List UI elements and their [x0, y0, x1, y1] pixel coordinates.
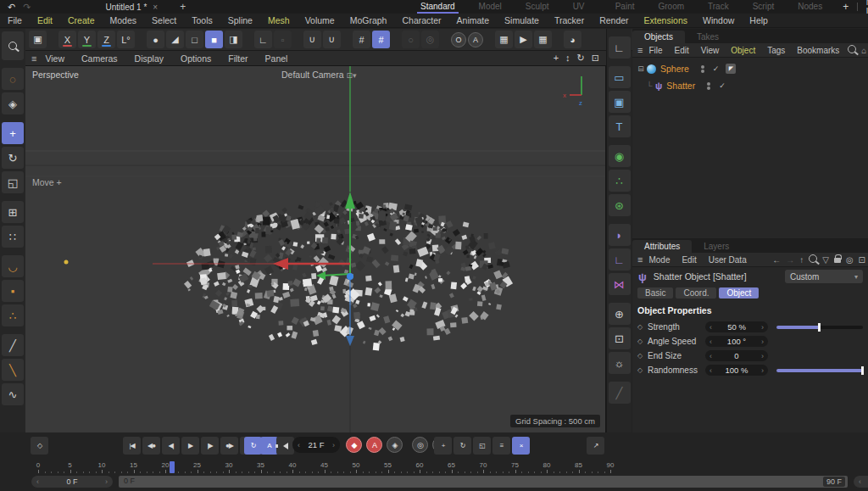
attr-sectab-coord[interactable]: Coord. [676, 287, 716, 299]
property-slider[interactable] [776, 326, 863, 329]
attr-menu-mode[interactable]: Mode [643, 255, 676, 265]
annotate-pen-icon[interactable]: ╱ [609, 382, 631, 404]
stepper-left-icon[interactable]: ‹ [709, 338, 712, 346]
keying-circle-button[interactable]: ◎ [412, 437, 428, 453]
keying-scale-toggle[interactable]: ◱ [473, 437, 491, 455]
range-bar[interactable]: 0 F90 F [119, 476, 848, 488]
om-tab-objects[interactable]: Objects [632, 31, 685, 43]
sound-button[interactable] [276, 437, 294, 455]
vp-menu-options[interactable]: Options [172, 53, 220, 64]
property-value[interactable]: 50 % [727, 322, 746, 332]
document-tab[interactable]: Untitled 1 * × [105, 3, 158, 12]
visibility-dots[interactable] [707, 81, 712, 91]
points-mode-icon[interactable]: ● [147, 31, 164, 48]
menu-tracker[interactable]: Tracker [547, 15, 592, 25]
stepper-left-icon[interactable]: ‹ [709, 366, 712, 375]
property-stepper[interactable]: ‹100 °› [705, 336, 768, 347]
property-stepper[interactable]: ‹50 %› [705, 321, 768, 332]
subdivision-surface-icon[interactable]: ◉ [609, 145, 631, 167]
transform-tool[interactable]: ⊞ [2, 201, 24, 223]
sim-circle-icon[interactable]: ○ [402, 31, 420, 48]
autokeying-button[interactable]: A [366, 437, 382, 453]
axis-z-toggle[interactable]: Z [97, 31, 115, 48]
om-menu-file[interactable]: File [643, 46, 668, 55]
property-value[interactable]: 100 % [726, 365, 748, 375]
model-mode-icon[interactable]: ■ [205, 31, 223, 48]
axis-modifier-icon[interactable]: ∟ [609, 248, 631, 271]
perspective-viewport[interactable]: Perspective Default Camera ⊡▾ Move + Gri… [25, 66, 606, 432]
attr-search-icon[interactable] [806, 254, 820, 265]
attr-filter-icon[interactable]: ▽ [820, 255, 832, 265]
target-circle-icon[interactable]: ◎ [421, 31, 439, 48]
tweak-tool[interactable]: ◈ [2, 92, 24, 114]
stepper-left-icon[interactable]: ‹ [709, 323, 712, 332]
object-name-shatter[interactable]: Shatter [666, 81, 695, 91]
slider-handle[interactable] [861, 366, 864, 375]
stepper-right-icon[interactable]: › [105, 477, 108, 486]
close-tab-icon[interactable]: × [153, 3, 158, 12]
menu-create[interactable]: Create [60, 15, 103, 25]
range-start-stepper-value[interactable]: 0 F [66, 477, 77, 486]
next-key-button[interactable]: ●▶ [220, 437, 238, 455]
menu-select[interactable]: Select [144, 15, 184, 25]
floor-environment-icon[interactable]: ⊕ [609, 303, 631, 325]
orbit-icon[interactable]: ↻ [577, 53, 585, 64]
menu-mograph[interactable]: MoGraph [342, 15, 395, 25]
quantize-icon[interactable]: # [353, 31, 370, 48]
next-frame-button[interactable]: |▶ [201, 437, 219, 455]
set-keyframe-button[interactable]: ◇ [31, 437, 48, 455]
filter-o-icon[interactable]: O [451, 32, 466, 47]
fcurve-window-button[interactable]: ↗ [587, 437, 604, 455]
bend-deformer-icon[interactable]: ◗ [609, 224, 631, 246]
property-value[interactable]: 100 ° [727, 337, 746, 346]
stepper-right-icon[interactable]: › [761, 366, 764, 375]
loop-mode-button[interactable]: ↻ [244, 437, 262, 455]
redo-icon[interactable]: ↷ [23, 2, 31, 13]
text-object-icon[interactable]: T [609, 115, 631, 137]
current-frame-value[interactable]: 21 F [308, 440, 324, 449]
spline-square-tool[interactable]: ▪ [2, 280, 24, 302]
menu-render[interactable]: Render [592, 15, 636, 25]
om-menu-bookmarks[interactable]: Bookmarks [791, 46, 845, 55]
texture-mode-icon[interactable]: ◨ [225, 31, 242, 48]
stepper-right-icon[interactable]: › [761, 352, 764, 360]
attr-menu-userdata[interactable]: User Data [703, 255, 753, 265]
keying-parameter-toggle[interactable]: ≡ [492, 437, 510, 455]
live-selection-tool[interactable]: ◌ [2, 68, 24, 90]
layout-tab-groom[interactable]: Groom [646, 0, 696, 14]
expander-icon[interactable]: ⊟ [636, 64, 646, 73]
attr-sectab-object[interactable]: Object [719, 287, 759, 299]
keying-position-toggle[interactable]: + [434, 437, 452, 455]
om-search-icon[interactable] [845, 45, 859, 55]
multi-move-tool[interactable]: ∷ [2, 226, 24, 248]
stepper-right-icon[interactable]: › [761, 338, 764, 346]
stepper-right-icon[interactable]: › [332, 441, 335, 449]
toggle-view-icon[interactable]: ⊡ [592, 53, 599, 64]
workplane-icon[interactable]: ∟ [254, 31, 272, 48]
menu-file[interactable]: File [0, 15, 30, 25]
spline-cluster-tool[interactable]: ∴ [2, 304, 24, 326]
prev-key-button[interactable]: ◀● [142, 437, 160, 455]
brush-tool[interactable]: ╱ [2, 334, 24, 356]
dolly-icon[interactable]: ↕ [565, 53, 570, 64]
timeline-playhead[interactable] [170, 461, 175, 473]
layout-tab-model[interactable]: Model [467, 0, 514, 14]
menu-simulate[interactable]: Simulate [497, 15, 547, 25]
quantize-grid-icon[interactable]: # [372, 31, 390, 48]
vp-menu-cameras[interactable]: Cameras [73, 53, 126, 64]
layout-tab-track[interactable]: Track [696, 0, 741, 14]
om-home-icon[interactable]: ⌂ [859, 46, 868, 55]
layout-tab-paint[interactable]: Paint [604, 0, 647, 14]
menu-window[interactable]: Window [695, 15, 742, 25]
snap-icon[interactable]: ∪ [303, 31, 321, 48]
menu-animate[interactable]: Animate [449, 15, 498, 25]
range-end-stepper[interactable]: ‹90 F› [854, 476, 868, 488]
phong-tag-icon[interactable]: ◤ [726, 64, 736, 74]
property-value[interactable]: 0 [734, 351, 738, 360]
workplane-lock-icon[interactable]: ▫ [274, 31, 292, 48]
add-layout-button[interactable]: + [834, 1, 857, 13]
menu-modes[interactable]: Modes [103, 15, 145, 25]
axis-y-toggle[interactable]: Y [78, 31, 96, 48]
attr-forward-icon[interactable]: → [783, 255, 797, 265]
viewport-camera-label[interactable]: Default Camera ⊡▾ [281, 70, 357, 80]
